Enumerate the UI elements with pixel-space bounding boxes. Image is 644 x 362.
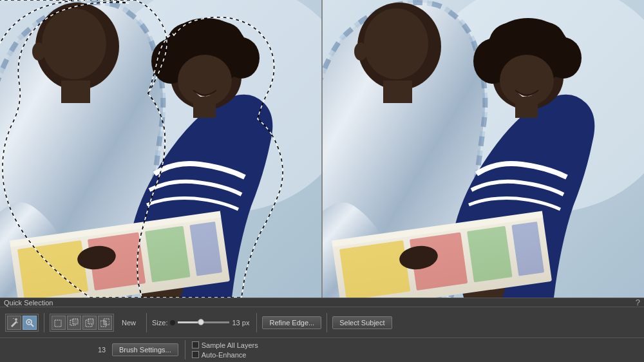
svg-point-32 [524,22,565,58]
auto-enhance-option[interactable]: Auto-Enhance [192,351,258,359]
select-subject-button[interactable]: Select Subject [332,316,392,329]
toolbar-row1: + [0,307,644,338]
svg-rect-13 [193,102,216,118]
refine-edge-button[interactable]: Refine Edge... [262,316,321,329]
svg-point-3 [42,8,106,79]
left-photo-panel [0,0,322,298]
brush-settings-button[interactable]: Brush Settings... [112,343,178,356]
toolbar-title-bar: Quick Selection ? [0,298,644,307]
svg-rect-26 [383,81,412,103]
svg-rect-51 [73,319,78,324]
svg-rect-53 [88,319,93,324]
svg-text:+: + [30,318,32,322]
sample-all-layers-label: Sample All Layers [202,341,258,349]
size-label: Size: [152,319,167,327]
toolbar: Quick Selection ? + [0,298,644,362]
new-selection-mode[interactable] [52,316,66,330]
svg-point-33 [500,55,554,106]
tool-group: + [5,314,39,332]
svg-rect-38 [467,226,513,283]
sample-all-layers-checkbox[interactable] [192,341,199,348]
intersect-mode[interactable] [98,316,112,330]
svg-rect-17 [145,226,191,283]
right-photo-panel [322,0,644,298]
svg-point-4 [32,43,45,61]
mode-group [50,314,114,332]
toolbar-row2: 13 Brush Settings... Sample All Layers A… [0,338,644,361]
svg-point-24 [364,8,428,79]
size-dot [170,320,175,325]
auto-enhance-checkbox[interactable] [192,351,199,358]
svg-rect-36 [339,240,410,298]
brush-number: 13 [95,346,108,354]
svg-rect-56 [104,321,106,325]
size-control: Size: 13 px [152,319,251,327]
quick-select-tool[interactable]: + [23,316,37,330]
magic-wand-tool[interactable] [7,316,21,330]
size-value: 13 px [232,319,251,327]
canvas-area [0,0,644,298]
checkbox-group: Sample All Layers Auto-Enhance [192,341,258,359]
add-to-mode[interactable] [67,316,81,330]
svg-point-42 [15,318,17,321]
svg-point-12 [178,55,232,106]
new-label: New [122,319,136,327]
svg-line-47 [31,324,33,327]
svg-point-11 [202,22,243,58]
help-icon[interactable]: ? [636,298,640,307]
auto-enhance-label: Auto-Enhance [202,351,247,359]
svg-rect-5 [61,81,90,103]
svg-point-25 [354,43,367,61]
panel-divider [321,0,323,298]
toolbar-title: Quick Selection [4,299,53,307]
svg-rect-49 [55,320,61,327]
size-slider[interactable] [178,321,229,323]
sample-all-layers-option[interactable]: Sample All Layers [192,341,258,349]
subtract-mode[interactable] [82,316,97,330]
svg-rect-34 [515,102,538,118]
